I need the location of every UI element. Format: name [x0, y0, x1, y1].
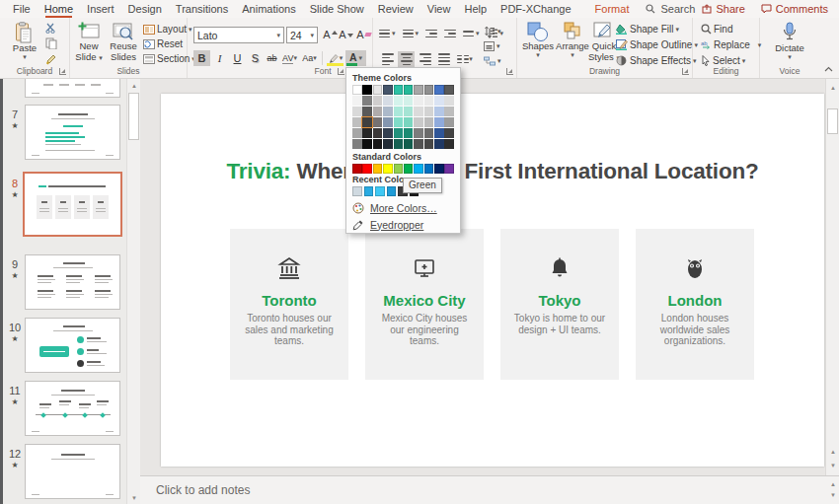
- color-swatch[interactable]: [394, 139, 404, 149]
- color-swatch[interactable]: [444, 117, 454, 127]
- color-swatch[interactable]: [404, 128, 414, 138]
- comments-button[interactable]: Comments: [754, 3, 835, 15]
- search-box[interactable]: Search: [646, 3, 695, 15]
- color-swatch[interactable]: [383, 107, 393, 116]
- slide-thumbnail-10[interactable]: [25, 318, 120, 373]
- color-swatch[interactable]: [404, 117, 414, 127]
- slide-thumbnail-8[interactable]: [23, 172, 122, 237]
- line-spacing-button[interactable]: ▾: [463, 31, 480, 36]
- color-swatch[interactable]: [394, 96, 404, 106]
- italic-button[interactable]: I: [211, 50, 228, 66]
- scrollbar-thumb[interactable]: [128, 93, 139, 140]
- copy-icon[interactable]: [45, 37, 57, 49]
- scroll-up-arrow[interactable]: ▲: [127, 79, 140, 92]
- color-swatch[interactable]: [362, 117, 372, 127]
- bullets-button[interactable]: ▾: [379, 30, 396, 38]
- share-button[interactable]: Share: [695, 3, 751, 15]
- tab-view[interactable]: View: [420, 1, 458, 18]
- clear-formatting-button[interactable]: A: [355, 27, 372, 42]
- drawing-dialog-launcher[interactable]: [682, 68, 689, 75]
- tab-insert[interactable]: Insert: [80, 1, 121, 18]
- color-swatch[interactable]: [373, 128, 383, 138]
- previous-slide-button[interactable]: ▲: [826, 445, 839, 458]
- color-swatch[interactable]: [352, 85, 362, 95]
- tab-transitions[interactable]: Transitions: [169, 1, 235, 18]
- color-swatch[interactable]: [352, 164, 362, 174]
- color-swatch[interactable]: [414, 164, 423, 174]
- numbering-button[interactable]: ▾: [403, 30, 420, 38]
- color-swatch[interactable]: [373, 107, 383, 116]
- color-swatch[interactable]: [375, 186, 385, 196]
- slide-thumbnail-12[interactable]: [25, 444, 120, 499]
- color-swatch[interactable]: [444, 85, 454, 95]
- scrollbar-thumb[interactable]: [827, 108, 838, 134]
- eyedropper-item[interactable]: Eyedropper: [352, 217, 454, 232]
- font-color-button[interactable]: A ▾: [345, 50, 366, 66]
- color-swatch[interactable]: [394, 164, 404, 174]
- color-swatch[interactable]: [362, 139, 372, 149]
- color-swatch[interactable]: [414, 85, 423, 95]
- color-swatch[interactable]: [387, 186, 397, 196]
- align-text-button[interactable]: ▾: [484, 41, 500, 51]
- color-swatch[interactable]: [394, 128, 404, 138]
- text-direction-button[interactable]: ▾: [484, 26, 501, 36]
- align-left-button[interactable]: [379, 51, 396, 67]
- color-swatch[interactable]: [394, 117, 404, 127]
- color-swatch[interactable]: [434, 139, 444, 149]
- paste-button[interactable]: Paste ▾: [8, 22, 41, 60]
- font-size-combo[interactable]: 24▾: [286, 27, 318, 43]
- strikethrough-button[interactable]: ab: [265, 50, 279, 66]
- color-swatch[interactable]: [424, 164, 434, 174]
- slide-thumbnail-11[interactable]: [25, 381, 120, 436]
- tab-review[interactable]: Review: [371, 1, 420, 18]
- color-swatch[interactable]: [444, 139, 454, 149]
- color-swatch[interactable]: [404, 107, 414, 116]
- justify-button[interactable]: [435, 51, 452, 67]
- color-swatch[interactable]: [352, 96, 362, 106]
- color-swatch[interactable]: [373, 139, 383, 149]
- color-swatch[interactable]: [364, 186, 374, 196]
- shape-effects-button[interactable]: Shape Effects▾: [616, 55, 698, 66]
- highlight-color-button[interactable]: ▾: [326, 50, 344, 66]
- color-swatch[interactable]: [424, 107, 434, 116]
- font-dialog-launcher[interactable]: [338, 68, 344, 75]
- color-swatch[interactable]: [434, 117, 444, 127]
- color-swatch[interactable]: [424, 96, 434, 106]
- color-swatch[interactable]: [444, 107, 454, 116]
- color-swatch[interactable]: [414, 128, 423, 138]
- color-swatch[interactable]: [444, 128, 454, 138]
- color-swatch[interactable]: [352, 128, 362, 138]
- color-swatch[interactable]: [362, 107, 372, 116]
- color-swatch[interactable]: [362, 164, 372, 174]
- slide-scrollbar[interactable]: ▲ ▲ ▼: [825, 79, 839, 475]
- color-swatch[interactable]: [424, 117, 434, 127]
- notes-scroll-down-icon[interactable]: ▼: [830, 492, 836, 498]
- slide-thumbnail-6[interactable]: [25, 79, 120, 98]
- color-swatch[interactable]: [414, 117, 423, 127]
- tab-home[interactable]: Home: [38, 1, 80, 18]
- color-swatch[interactable]: [404, 139, 414, 149]
- color-swatch[interactable]: [383, 164, 393, 174]
- color-swatch[interactable]: [424, 128, 434, 138]
- replace-button[interactable]: ab Replace▾: [701, 39, 761, 50]
- slide-thumbnail-7[interactable]: [25, 105, 120, 160]
- tab-design[interactable]: Design: [121, 1, 169, 18]
- color-swatch[interactable]: [362, 96, 372, 106]
- grow-font-button[interactable]: A: [322, 27, 339, 42]
- color-swatch[interactable]: [383, 139, 393, 149]
- convert-smartart-button[interactable]: ▾: [484, 56, 501, 66]
- card-tokyo[interactable]: Tokyo Tokyo is home to our design + UI t…: [500, 229, 619, 380]
- tab-format[interactable]: Format: [588, 1, 637, 18]
- color-swatch[interactable]: [434, 96, 444, 106]
- select-button[interactable]: Select▾: [701, 55, 745, 66]
- paragraph-dialog-launcher[interactable]: [506, 68, 513, 75]
- format-painter-icon[interactable]: [45, 53, 57, 65]
- card-toronto[interactable]: Toronto Toronto houses our sales and mar…: [230, 229, 348, 380]
- cut-icon[interactable]: [45, 23, 57, 34]
- font-name-combo[interactable]: Lato▾: [193, 27, 284, 43]
- card-mexico-city[interactable]: Mexico City Mexico City houses our engin…: [365, 229, 484, 380]
- color-swatch[interactable]: [383, 117, 393, 127]
- color-swatch[interactable]: [444, 96, 454, 106]
- notes-scroll-up-icon[interactable]: ▲: [830, 481, 836, 487]
- card-london[interactable]: London London houses worldwide sales org…: [636, 229, 754, 380]
